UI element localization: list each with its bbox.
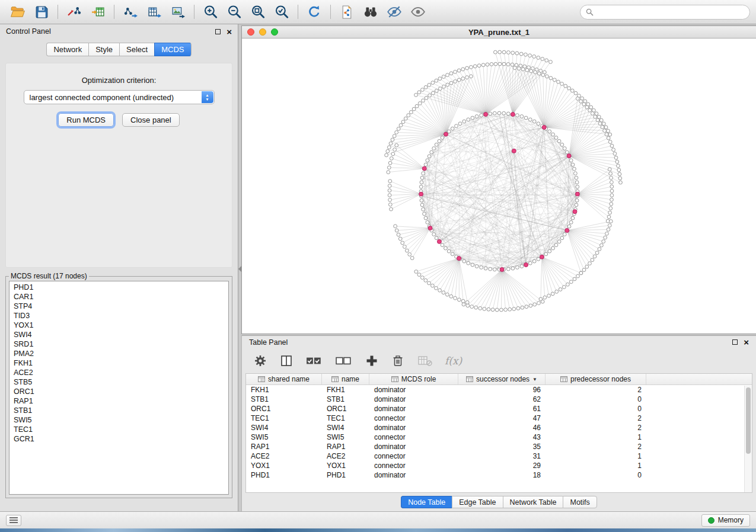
mcds-result-item[interactable]: SRD1 bbox=[9, 339, 228, 349]
deselect-all-rows-button[interactable] bbox=[334, 351, 353, 371]
table-row[interactable]: TEC1TEC1connector472 bbox=[246, 414, 752, 423]
mcds-result-item[interactable]: STP4 bbox=[9, 302, 228, 311]
mcds-result-item[interactable]: FKH1 bbox=[9, 358, 228, 368]
table-row[interactable]: SWI5SWI5connector431 bbox=[246, 432, 752, 442]
mcds-result-list[interactable]: PHD1CAR1STP4TID3YOX1SWI4SRD1PMA2FKH1ACE2… bbox=[9, 281, 229, 495]
column-header-shared-name[interactable]: shared name bbox=[246, 374, 322, 384]
table-panel-header: Table Panel × bbox=[242, 336, 756, 348]
tab-edge-table[interactable]: Edge Table bbox=[452, 496, 502, 508]
table-scrollbar[interactable] bbox=[744, 386, 752, 492]
criterion-select[interactable]: largest connected component (undirected)… bbox=[24, 90, 215, 104]
export-table-button[interactable] bbox=[142, 2, 166, 22]
mcds-result-item[interactable]: STB1 bbox=[9, 406, 228, 415]
tab-motifs[interactable]: Motifs bbox=[563, 496, 596, 508]
tab-select[interactable]: Select bbox=[119, 43, 154, 56]
memory-status-dot bbox=[708, 517, 714, 524]
show-graphics-details-button[interactable] bbox=[406, 2, 430, 22]
mcds-result-item[interactable]: PHD1 bbox=[9, 283, 228, 292]
column-header-MCDS-role[interactable]: MCDS role bbox=[369, 374, 458, 384]
memory-button[interactable]: Memory bbox=[701, 514, 750, 527]
table-options-button[interactable] bbox=[253, 351, 268, 371]
search-input[interactable] bbox=[596, 7, 744, 17]
network-graph[interactable] bbox=[242, 39, 756, 334]
hide-graphics-details-button[interactable] bbox=[382, 2, 406, 22]
tab-mcds[interactable]: MCDS bbox=[154, 43, 191, 56]
zoom-fit-button[interactable] bbox=[246, 2, 270, 22]
column-header-filler bbox=[646, 374, 752, 384]
table-cell: dominator bbox=[369, 404, 458, 414]
panel-splitter[interactable] bbox=[238, 24, 241, 511]
show-columns-button[interactable] bbox=[279, 351, 294, 371]
run-mcds-button[interactable]: Run MCDS bbox=[58, 113, 114, 127]
toolbar-separator bbox=[194, 5, 194, 19]
search-box[interactable] bbox=[580, 5, 750, 20]
table-cell: 18 bbox=[458, 470, 546, 480]
network-from-document-button[interactable] bbox=[335, 2, 359, 22]
zoom-out-button[interactable] bbox=[222, 2, 246, 22]
zoom-window-button[interactable] bbox=[271, 28, 278, 36]
table-cell: RAP1 bbox=[322, 442, 369, 451]
table-row[interactable]: YOX1YOX1connector291 bbox=[246, 461, 752, 470]
table-row[interactable]: ORC1ORC1dominator610 bbox=[246, 404, 752, 414]
column-header-successor-nodes[interactable]: successor nodes▼ bbox=[458, 374, 546, 384]
search-icon bbox=[586, 8, 594, 16]
gear-icon bbox=[254, 354, 267, 367]
select-all-rows-button[interactable] bbox=[305, 351, 324, 371]
open-session-button[interactable] bbox=[6, 2, 30, 22]
network-canvas[interactable] bbox=[242, 39, 756, 334]
close-panel-icon[interactable]: × bbox=[744, 338, 749, 347]
mcds-result-item[interactable]: GCR1 bbox=[9, 434, 228, 444]
create-column-button[interactable] bbox=[364, 351, 379, 371]
table-cell: 2 bbox=[546, 442, 646, 451]
table-row[interactable]: STB1STB1dominator620 bbox=[246, 395, 752, 404]
apply-layout-button[interactable] bbox=[302, 2, 326, 22]
mcds-result-item[interactable]: ORC1 bbox=[9, 387, 228, 396]
search-network-button[interactable] bbox=[359, 2, 382, 22]
float-panel-icon[interactable] bbox=[732, 339, 738, 345]
table-delete-icon bbox=[417, 354, 433, 367]
tab-network[interactable]: Network bbox=[46, 43, 88, 56]
table-row[interactable]: FKH1FKH1dominator962 bbox=[246, 385, 752, 395]
tab-network-table[interactable]: Network Table bbox=[503, 496, 563, 508]
mcds-result-item[interactable]: TEC1 bbox=[9, 425, 228, 434]
tab-style[interactable]: Style bbox=[88, 43, 119, 56]
mcds-result-item[interactable]: SWI5 bbox=[9, 415, 228, 425]
zoom-selected-button[interactable] bbox=[270, 2, 294, 22]
column-header-predecessor-nodes[interactable]: predecessor nodes bbox=[546, 374, 646, 384]
mcds-result-item[interactable]: ACE2 bbox=[9, 368, 228, 377]
mcds-result-item[interactable]: YOX1 bbox=[9, 321, 228, 330]
table-scrollbar-thumb[interactable] bbox=[746, 387, 751, 454]
delete-column-button[interactable] bbox=[390, 351, 406, 371]
table-row[interactable]: ACE2ACE2connector311 bbox=[246, 451, 752, 461]
unchecked-boxes-icon bbox=[336, 355, 352, 367]
column-header-name[interactable]: name bbox=[322, 374, 369, 384]
mcds-result-item[interactable]: TID3 bbox=[9, 311, 228, 321]
criterion-select-value: largest connected component (undirected) bbox=[30, 93, 174, 102]
zoom-in-button[interactable] bbox=[199, 2, 222, 22]
close-panel-button[interactable]: Close panel bbox=[122, 113, 180, 127]
export-image-button[interactable] bbox=[166, 2, 190, 22]
mcds-result-item[interactable]: CAR1 bbox=[9, 292, 228, 302]
mcds-result-item[interactable]: PMA2 bbox=[9, 349, 228, 358]
close-panel-icon[interactable]: × bbox=[227, 27, 232, 36]
minimize-window-button[interactable] bbox=[259, 28, 266, 36]
save-icon bbox=[34, 5, 49, 20]
import-network-button[interactable] bbox=[62, 2, 86, 22]
float-panel-icon[interactable] bbox=[215, 29, 221, 34]
save-session-button[interactable] bbox=[30, 2, 53, 22]
table-cell: 61 bbox=[458, 404, 546, 414]
task-history-button[interactable] bbox=[6, 515, 21, 526]
mcds-result-item[interactable]: RAP1 bbox=[9, 396, 228, 406]
import-table-button[interactable] bbox=[86, 2, 110, 22]
table-row[interactable]: RAP1RAP1dominator352 bbox=[246, 442, 752, 451]
close-window-button[interactable] bbox=[247, 28, 254, 36]
export-network-icon bbox=[123, 5, 138, 20]
tab-node-table[interactable]: Node Table bbox=[401, 496, 452, 508]
table-cell: 0 bbox=[546, 470, 646, 480]
mcds-result-item[interactable]: SWI4 bbox=[9, 330, 228, 339]
export-network-button[interactable] bbox=[119, 2, 142, 22]
table-row[interactable]: SWI4SWI4dominator462 bbox=[246, 423, 752, 432]
table-row[interactable]: PHD1PHD1dominator180 bbox=[246, 470, 752, 480]
mcds-result-item[interactable]: STB5 bbox=[9, 377, 228, 387]
collapse-splitter-icon[interactable] bbox=[238, 266, 241, 272]
